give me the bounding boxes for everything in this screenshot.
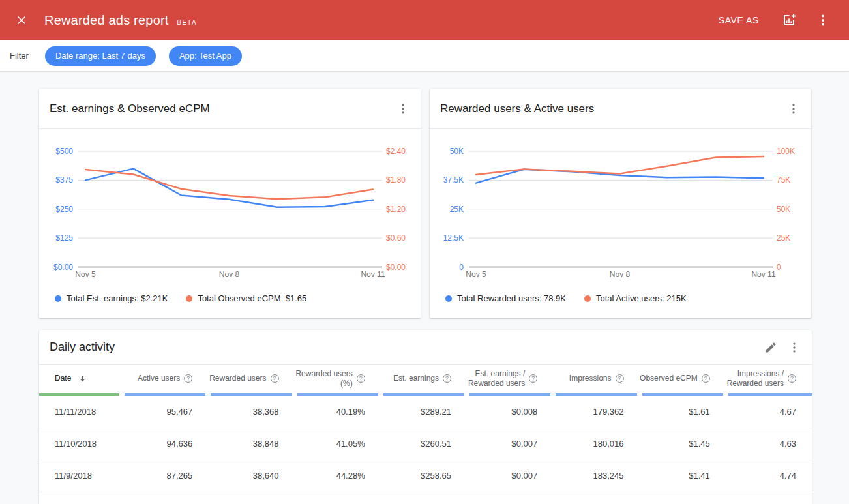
help-icon[interactable]: ?	[184, 374, 192, 383]
beta-badge: BETA	[177, 19, 197, 26]
svg-text:25K: 25K	[450, 205, 464, 214]
value-cell: $0.007	[467, 428, 553, 460]
table-row-1: 11/10/201894,63638,84841.05%$260.51$0.00…	[39, 428, 812, 460]
chart-card-header: Rewarded users & Active users	[430, 89, 811, 129]
app-header: Rewarded ads report BETA SAVE AS	[0, 0, 849, 40]
svg-text:$0.00: $0.00	[53, 263, 73, 272]
filter-bar: Filter Date range: Last 7 daysApp: Test …	[0, 40, 849, 72]
column-label: Impressions	[569, 374, 612, 383]
svg-text:Nov 8: Nov 8	[219, 270, 240, 279]
daily-activity-card: Daily activity DateActive users?Rewarded…	[39, 330, 812, 504]
column-header-est-earnings[interactable]: Est. earnings?	[381, 365, 467, 396]
svg-text:12.5K: 12.5K	[443, 233, 464, 243]
column-header-est-earnings-rewarded-users[interactable]: Est. earnings / Rewarded users?	[467, 365, 553, 396]
svg-text:$375: $375	[55, 175, 73, 185]
chart-menu-icon[interactable]	[395, 100, 411, 117]
filter-label: Filter	[10, 51, 29, 61]
column-label: Date	[55, 374, 71, 383]
svg-text:Nov 5: Nov 5	[466, 270, 486, 279]
column-underline	[383, 393, 464, 396]
legend-item-1[interactable]: Total Active users: 215K	[584, 293, 687, 303]
value-cell: 95,467	[122, 396, 208, 428]
chart-menu-icon[interactable]	[785, 100, 802, 117]
table-card-header: Daily activity	[39, 330, 812, 365]
table-row-0: 11/11/201895,46738,36840.19%$289.21$0.00…	[39, 396, 812, 428]
filter-chips: Date range: Last 7 daysApp: Test App	[45, 46, 255, 66]
filter-chip-1[interactable]: App: Test App	[169, 46, 242, 66]
value-cell: 87,265	[122, 460, 208, 492]
svg-text:$2.40: $2.40	[386, 147, 406, 156]
column-underline	[211, 393, 291, 396]
daily-activity-table: DateActive users?Rewarded users?Rewarded…	[39, 365, 812, 492]
legend-dot-icon	[584, 295, 591, 302]
legend-item-0[interactable]: Total Est. earnings: $2.21K	[55, 293, 168, 303]
value-cell: 41.05%	[295, 428, 381, 460]
legend-label: Total Observed eCPM: $1.65	[198, 293, 306, 303]
help-icon[interactable]: ?	[616, 374, 624, 383]
line-chart-est-earnings-ecpm: $500$2.40$375$1.80$250$1.20$125$0.60$0.0…	[39, 129, 420, 287]
help-icon[interactable]: ?	[271, 374, 279, 383]
column-header-active-users[interactable]: Active users?	[122, 365, 208, 396]
edit-icon[interactable]	[762, 339, 779, 356]
table-header-row: DateActive users?Rewarded users?Rewarded…	[39, 365, 812, 396]
column-header-impressions-rewarded-users[interactable]: Impressions / Rewarded users?	[726, 365, 812, 396]
value-cell: 38,848	[208, 428, 294, 460]
svg-text:0: 0	[777, 263, 781, 272]
value-cell: $0.007	[467, 460, 553, 492]
legend-dot-icon	[186, 295, 192, 302]
value-cell: 94,636	[122, 428, 208, 460]
page-title: Rewarded ads report	[44, 13, 169, 28]
value-cell: 40.19%	[295, 396, 381, 428]
svg-text:Nov 11: Nov 11	[751, 270, 775, 279]
overflow-menu-icon[interactable]	[815, 12, 831, 28]
value-cell: 4.74	[726, 460, 812, 492]
column-label: Rewarded users	[209, 374, 266, 383]
value-cell: $1.45	[640, 428, 726, 460]
page-title-group: Rewarded ads report BETA	[44, 13, 197, 28]
date-cell: 11/10/2018	[39, 428, 122, 460]
svg-text:0: 0	[459, 263, 464, 272]
svg-text:50K: 50K	[777, 205, 790, 214]
column-underline	[297, 393, 378, 396]
value-cell: $1.61	[640, 396, 726, 428]
value-cell: $0.008	[467, 396, 553, 428]
chart-legend: Total Est. earnings: $2.21KTotal Observe…	[39, 287, 421, 303]
filter-chip-0[interactable]: Date range: Last 7 days	[45, 46, 156, 66]
legend-item-1[interactable]: Total Observed eCPM: $1.65	[186, 293, 306, 303]
help-icon[interactable]: ?	[443, 374, 451, 383]
column-header-impressions[interactable]: Impressions?	[553, 365, 639, 396]
svg-text:75K: 75K	[777, 175, 790, 185]
save-as-button[interactable]: SAVE AS	[719, 15, 759, 25]
chart-card-header: Est. earnings & Observed eCPM	[39, 89, 421, 129]
svg-text:$250: $250	[55, 205, 73, 214]
charts-row: Est. earnings & Observed eCPM $500$2.40$…	[39, 89, 812, 318]
help-icon[interactable]: ?	[529, 374, 537, 383]
column-header-rewarded-users[interactable]: Rewarded users (%)?	[295, 365, 381, 396]
value-cell: 180,016	[553, 428, 639, 460]
legend-dot-icon	[445, 295, 452, 302]
legend-item-0[interactable]: Total Rewarded users: 78.9K	[445, 293, 566, 303]
help-icon[interactable]: ?	[357, 374, 365, 383]
svg-text:Nov 11: Nov 11	[361, 270, 385, 279]
table-body: 11/11/201895,46738,36840.19%$289.21$0.00…	[39, 396, 812, 492]
value-cell: 4.63	[726, 428, 812, 460]
column-label: Rewarded users (%)	[295, 369, 353, 388]
svg-text:$0.00: $0.00	[386, 263, 406, 272]
value-cell: 4.67	[726, 396, 812, 428]
chart-card-est-earnings-ecpm: Est. earnings & Observed eCPM $500$2.40$…	[39, 89, 421, 318]
add-chart-icon[interactable]	[781, 12, 797, 28]
help-icon[interactable]: ?	[788, 374, 796, 383]
value-cell: $289.21	[381, 396, 467, 428]
column-header-observed-ecpm[interactable]: Observed eCPM?	[640, 365, 726, 396]
close-icon[interactable]	[16, 14, 27, 26]
column-header-rewarded-users[interactable]: Rewarded users?	[208, 365, 294, 396]
column-label: Observed eCPM	[640, 374, 698, 383]
help-icon[interactable]: ?	[702, 374, 710, 383]
legend-label: Total Est. earnings: $2.21K	[67, 293, 168, 303]
chart-card-rewarded-active-users: Rewarded users & Active users 50K100K37.…	[430, 89, 811, 318]
column-header-date[interactable]: Date	[39, 365, 122, 396]
table-menu-icon[interactable]	[786, 339, 803, 356]
date-cell: 11/9/2018	[39, 460, 122, 492]
report-content: Est. earnings & Observed eCPM $500$2.40$…	[0, 72, 849, 504]
value-cell: $258.65	[381, 460, 467, 492]
